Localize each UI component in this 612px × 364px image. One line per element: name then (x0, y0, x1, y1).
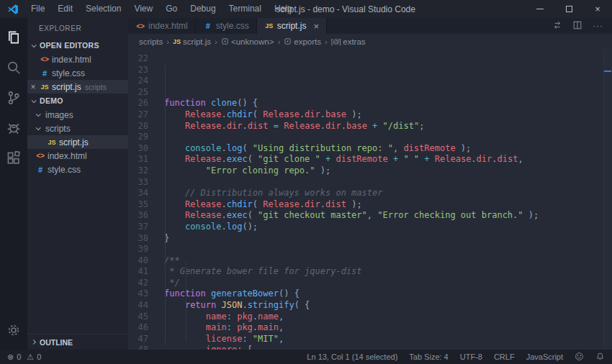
line-number-32[interactable]: 32 (128, 165, 148, 177)
code-line-34[interactable]: } (164, 233, 612, 245)
line-number-27[interactable]: 27 (128, 109, 148, 121)
line-number-41[interactable]: 41 (128, 266, 148, 278)
folder-section-header[interactable]: DEMO (27, 94, 128, 108)
line-number-31[interactable]: 31 (128, 154, 148, 165)
line-number-30[interactable]: 30 (128, 143, 148, 155)
split-editor-icon[interactable] (572, 20, 582, 32)
code-line-33[interactable]: console.log(); (164, 222, 612, 233)
minimize-button[interactable] (526, 0, 554, 18)
maximize-button[interactable] (554, 0, 583, 18)
close-editor-icon[interactable]: × (27, 82, 39, 92)
breadcrumb-unknown[interactable]: <unknown> (221, 37, 274, 46)
line-number-26[interactable]: 26 (128, 98, 148, 109)
menu-terminal[interactable]: Terminal (222, 0, 268, 18)
line-number-38[interactable]: 38 (128, 233, 148, 245)
folder-scripts[interactable]: scripts (27, 122, 128, 135)
explorer-icon[interactable] (0, 22, 27, 53)
code-line-23[interactable]: Release.chdir( Release.dir.base ); (164, 109, 612, 121)
close-tab-icon[interactable]: × (313, 22, 319, 31)
line-number-33[interactable]: 33 (128, 177, 148, 188)
breadcrumb-scripts[interactable]: scripts (139, 37, 163, 46)
more-actions-icon[interactable]: ··· (593, 21, 603, 31)
code-line-30[interactable]: // Distribution always works on master (164, 188, 612, 199)
line-number-28[interactable]: 28 (128, 121, 148, 132)
line-number-gutter[interactable]: 2223242526272829303132333435363738394041… (128, 49, 160, 350)
editor-scrollbar[interactable] (603, 49, 612, 350)
code-content[interactable]: function clone() { Release.chdir( Releas… (160, 49, 612, 350)
line-number-36[interactable]: 36 (128, 210, 148, 222)
code-line-42[interactable]: main: pkg.main, (164, 322, 612, 334)
open-editor-index.html[interactable]: <>index.html (27, 53, 128, 66)
line-number-44[interactable]: 44 (128, 300, 148, 311)
line-number-35[interactable]: 35 (128, 199, 148, 211)
menu-go[interactable]: Go (159, 0, 184, 18)
line-number-29[interactable]: 29 (128, 132, 148, 143)
open-editors-header[interactable]: OPEN EDITORS (27, 38, 128, 53)
code-line-35[interactable] (164, 244, 612, 255)
file-index.html[interactable]: <>index.html (27, 149, 128, 163)
menu-help[interactable]: Help (268, 0, 299, 18)
line-number-46[interactable]: 46 (128, 322, 148, 334)
line-number-47[interactable]: 47 (128, 334, 148, 345)
open-editor-style.css[interactable]: #style.css (27, 66, 128, 80)
code-line-32[interactable]: Release.exec( "git checkout master", "Er… (164, 210, 612, 222)
status-eol[interactable]: CRLF (494, 352, 515, 361)
tab-index.html[interactable]: <>index.html (128, 18, 196, 34)
code-line-44[interactable]: ignore: [ (164, 345, 612, 350)
close-window-button[interactable]: × (583, 0, 612, 18)
code-line-43[interactable]: license: "MIT", (164, 334, 612, 345)
code-line-22[interactable]: function clone() { (164, 98, 612, 109)
tab-script.js[interactable]: JSscript.js× (257, 18, 327, 34)
menu-selection[interactable]: Selection (79, 0, 127, 18)
code-line-37[interactable]: * Generate bower file for jquery-dist (164, 266, 612, 278)
outline-header[interactable]: OUTLINE (27, 334, 128, 350)
code-line-29[interactable] (164, 177, 612, 188)
line-number-22[interactable]: 22 (128, 53, 148, 65)
code-line-38[interactable]: */ (164, 278, 612, 289)
feedback-smiley-icon[interactable] (575, 352, 584, 363)
search-icon[interactable] (0, 53, 27, 83)
breadcrumb-script.js[interactable]: JSscript.js (173, 37, 211, 46)
source-control-icon[interactable] (0, 83, 27, 113)
file-style.css[interactable]: #style.css (27, 163, 128, 176)
debug-icon[interactable] (0, 113, 27, 143)
code-line-26[interactable]: console.log( "Using distribution repo: "… (164, 143, 612, 155)
extensions-icon[interactable] (0, 143, 27, 173)
tab-style.css[interactable]: #style.css (196, 18, 257, 34)
line-number-43[interactable]: 43 (128, 288, 148, 300)
code-line-24[interactable]: Release.dir.dist = Release.dir.base + "/… (164, 121, 612, 132)
code-line-39[interactable]: function generateBower() { (164, 288, 612, 300)
line-number-25[interactable]: 25 (128, 87, 148, 99)
line-number-48[interactable]: 48 (128, 345, 148, 350)
status-cursor-position[interactable]: Ln 13, Col 1 (14 selected) (307, 352, 397, 361)
code-line-25[interactable] (164, 132, 612, 143)
line-number-39[interactable]: 39 (128, 244, 148, 255)
line-number-42[interactable]: 42 (128, 278, 148, 289)
open-editor-script.js[interactable]: ×JSscript.jsscripts (27, 80, 128, 94)
code-line-28[interactable]: "Error cloning repo." ); (164, 165, 612, 177)
menu-edit[interactable]: Edit (51, 0, 79, 18)
menu-view[interactable]: View (127, 0, 159, 18)
open-changes-icon[interactable] (552, 20, 562, 32)
line-number-23[interactable]: 23 (128, 65, 148, 76)
line-number-34[interactable]: 34 (128, 188, 148, 199)
status-language[interactable]: JavaScript (526, 352, 563, 361)
code-editor[interactable]: 2223242526272829303132333435363738394041… (128, 49, 612, 350)
breadcrumb-exports[interactable]: exports (284, 37, 321, 46)
menu-debug[interactable]: Debug (184, 0, 222, 18)
status-encoding[interactable]: UTF-8 (460, 352, 482, 361)
notifications-bell-icon[interactable] (595, 352, 605, 363)
line-number-45[interactable]: 45 (128, 311, 148, 323)
folder-images[interactable]: images (27, 108, 128, 122)
code-line-27[interactable]: Release.exec( "git clone " + distRemote … (164, 154, 612, 165)
status-indentation[interactable]: Tab Size: 4 (409, 352, 448, 361)
line-number-40[interactable]: 40 (128, 255, 148, 267)
code-line-31[interactable]: Release.chdir( Release.dir.dist ); (164, 199, 612, 211)
problems-indicator[interactable]: ⊗ 0 ⚠ 0 (7, 352, 41, 362)
code-line-40[interactable]: return JSON.stringify( { (164, 300, 612, 311)
settings-gear-icon[interactable] (0, 315, 27, 345)
menu-file[interactable]: File (24, 0, 51, 18)
line-number-24[interactable]: 24 (128, 76, 148, 87)
code-line-36[interactable]: /** (164, 255, 612, 267)
code-line-41[interactable]: name: pkg.name, (164, 311, 612, 323)
